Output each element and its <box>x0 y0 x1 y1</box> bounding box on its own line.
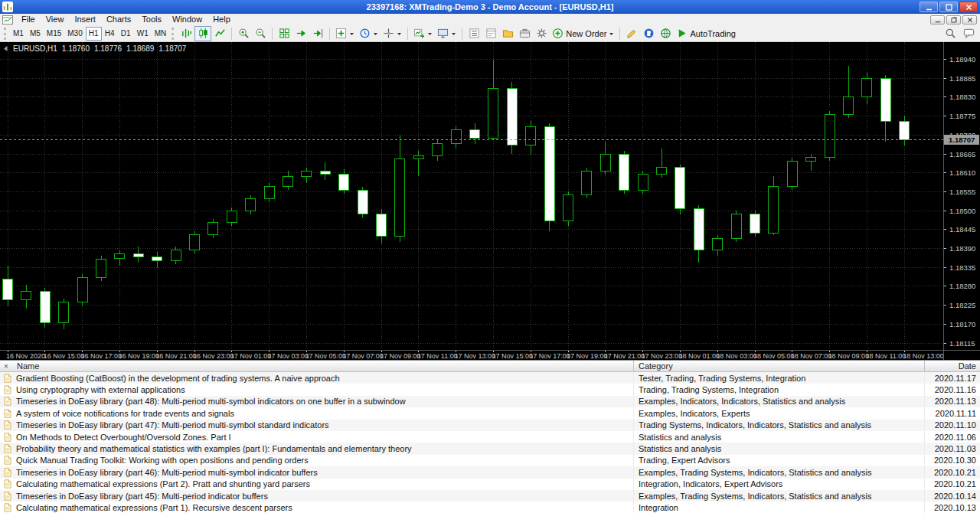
timeframe-m1-button[interactable]: M1 <box>10 27 27 41</box>
chart-canvas[interactable]: 16 Nov 202016 Nov 15:0016 Nov 17:0016 No… <box>0 42 980 360</box>
minimize-button[interactable] <box>920 2 938 12</box>
svg-text:17 Nov 21:00: 17 Nov 21:00 <box>604 352 645 360</box>
article-date: 2020.11.17 <box>925 374 980 383</box>
timeframe-m5-button[interactable]: M5 <box>27 27 44 41</box>
dropdown-caret-icon[interactable] <box>451 28 456 39</box>
menu-file[interactable]: File <box>16 15 41 24</box>
one-click-trading-toggle[interactable] <box>2 45 8 52</box>
candlestick-chart-button[interactable] <box>194 26 211 41</box>
article-date: 2020.10.30 <box>925 456 980 465</box>
toolbar-separator <box>329 28 330 40</box>
menu-tools[interactable]: Tools <box>136 15 167 24</box>
svg-text:1.18170: 1.18170 <box>949 320 975 328</box>
metaeditor-button[interactable] <box>623 26 640 41</box>
article-category: Integration <box>634 502 925 513</box>
tile-windows-button[interactable] <box>276 26 292 41</box>
child-close-button[interactable] <box>962 15 977 25</box>
menu-insert[interactable]: Insert <box>69 15 101 24</box>
terminal-button[interactable] <box>516 26 533 41</box>
chart-shift-button[interactable] <box>309 26 326 41</box>
column-header-name[interactable]: Name <box>12 361 634 371</box>
new-chart-button[interactable] <box>411 26 435 41</box>
child-restore-button[interactable] <box>946 15 961 25</box>
menu-help[interactable]: Help <box>207 15 236 24</box>
menu-view[interactable]: View <box>41 15 70 24</box>
article-table-columns: NameCategoryDate <box>12 361 980 371</box>
zoom-in-button[interactable] <box>235 26 252 41</box>
periods-button[interactable] <box>357 26 381 41</box>
globe-button[interactable] <box>657 26 674 41</box>
auto-scroll-button[interactable] <box>292 26 309 41</box>
svg-text:1.18500: 1.18500 <box>949 207 975 215</box>
article-row[interactable]: Calculating mathematical expressions (Pa… <box>0 479 980 490</box>
dropdown-caret-icon[interactable] <box>373 28 378 39</box>
timeframe-h4-button[interactable]: H4 <box>102 27 118 41</box>
timeframe-m15-button[interactable]: M15 <box>44 27 64 41</box>
timeframe-mn-button[interactable]: MN <box>152 27 170 41</box>
child-minimize-button[interactable] <box>930 15 945 25</box>
indicators-button[interactable] <box>333 26 357 41</box>
toolbar-separator <box>462 28 462 40</box>
app-icon[interactable] <box>2 2 13 12</box>
autotrading-button[interactable]: AutoTrading <box>674 26 738 41</box>
menu-charts[interactable]: Charts <box>101 15 136 24</box>
crosshair-button[interactable] <box>381 26 404 41</box>
profiles-button[interactable] <box>435 26 459 41</box>
svg-text:18 Nov 09:00: 18 Nov 09:00 <box>828 352 870 360</box>
zoom-out-button[interactable] <box>252 26 269 41</box>
strategy-tester-button[interactable] <box>533 26 550 41</box>
article-row[interactable]: A system of voice notifications for trad… <box>0 407 980 419</box>
svg-text:1.18940: 1.18940 <box>949 55 975 64</box>
chart-window-icon[interactable] <box>2 15 13 25</box>
article-row[interactable]: Timeseries in DoEasy library (part 45): … <box>0 490 980 502</box>
data-window-button[interactable] <box>482 26 499 41</box>
line-chart-button[interactable] <box>211 26 228 41</box>
article-date: 2020.11.06 <box>925 433 980 442</box>
panel-close-button[interactable]: × <box>0 361 12 372</box>
svg-text:1.18225: 1.18225 <box>949 301 975 309</box>
chat-button[interactable] <box>960 26 977 41</box>
new-order-button[interactable]: New Order <box>550 26 616 41</box>
timeframe-h1-button[interactable]: H1 <box>86 27 102 41</box>
article-category: Trading Systems, Indicators, Indicators,… <box>634 420 925 431</box>
navigator-button[interactable] <box>499 26 516 41</box>
article-name: Probability theory and mathematical stat… <box>16 444 412 453</box>
tile-windows-icon <box>279 28 290 39</box>
community-button[interactable] <box>640 26 657 41</box>
timeframe-w1-button[interactable]: W1 <box>134 27 152 41</box>
article-row[interactable]: Calculating mathematical expressions (Pa… <box>0 502 980 513</box>
dropdown-caret-icon[interactable] <box>349 28 354 39</box>
timeframe-d1-button[interactable]: D1 <box>118 27 134 41</box>
article-row[interactable]: On Methods to Detect Overbought/Oversold… <box>0 431 980 443</box>
data-window-icon <box>485 28 497 39</box>
toolbar-grip[interactable] <box>4 28 8 40</box>
toolbar-right <box>942 26 977 41</box>
column-header-category[interactable]: Category <box>634 361 925 371</box>
timeframe-m30-button[interactable]: M30 <box>64 27 85 41</box>
maximize-button[interactable] <box>939 2 958 12</box>
article-name: Gradient Boosting (CatBoost) in the deve… <box>16 374 340 383</box>
search-icon <box>945 28 956 39</box>
close-button[interactable] <box>959 2 978 12</box>
article-row[interactable]: Quick Manual Trading Toolkit: Working wi… <box>0 455 980 466</box>
dropdown-caret-icon[interactable] <box>427 28 433 39</box>
article-row[interactable]: Timeseries in DoEasy library (part 47): … <box>0 420 980 431</box>
window-controls <box>920 2 978 12</box>
article-row[interactable]: Using cryptography with external applica… <box>0 384 980 395</box>
chart-area[interactable]: 16 Nov 202016 Nov 15:0016 Nov 17:0016 No… <box>0 42 980 360</box>
column-header-date[interactable]: Date <box>925 361 980 371</box>
article-name: On Methods to Detect Overbought/Oversold… <box>16 433 231 442</box>
search-button[interactable] <box>942 26 959 41</box>
article-date: 2020.10.14 <box>925 492 980 501</box>
dropdown-caret-icon[interactable] <box>609 28 614 39</box>
article-row[interactable]: Probability theory and mathematical stat… <box>0 443 980 454</box>
dropdown-caret-icon[interactable] <box>397 28 402 39</box>
article-row[interactable]: Gradient Boosting (CatBoost) in the deve… <box>0 372 980 384</box>
bars-chart-button[interactable] <box>178 26 194 41</box>
community-icon <box>643 28 655 39</box>
market-watch-button[interactable] <box>466 26 482 41</box>
toolbar-grip[interactable] <box>172 28 175 40</box>
article-row[interactable]: Timeseries in DoEasy library (part 48): … <box>0 396 980 407</box>
article-row[interactable]: Timeseries in DoEasy library (part 46): … <box>0 466 980 478</box>
menu-window[interactable]: Window <box>167 15 207 24</box>
